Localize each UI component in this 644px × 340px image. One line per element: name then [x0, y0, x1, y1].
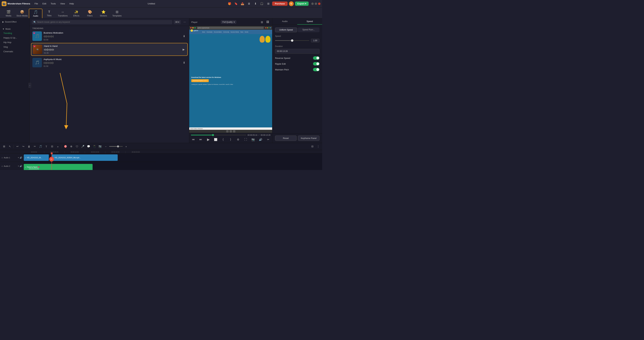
more-options-button[interactable]: ⋮: [316, 144, 320, 149]
player-quality-dropdown[interactable]: Full Quality ▾: [221, 20, 236, 24]
sidebar-item-hiphop[interactable]: Hip Hop: [1, 40, 28, 45]
maintain-pitch-toggle[interactable]: [313, 68, 320, 71]
tab-titles[interactable]: T Titles: [42, 9, 56, 18]
delete-button[interactable]: 🗑: [26, 144, 31, 149]
track-add-button[interactable]: +: [18, 165, 19, 167]
speed-ramp-tab[interactable]: Speed Ram...: [298, 28, 320, 32]
mark-in-button[interactable]: {: [221, 137, 226, 142]
undo-button[interactable]: ↩: [15, 144, 20, 149]
track-mute-button[interactable]: 🔊: [20, 165, 22, 167]
tab-audio-panel[interactable]: Audio: [272, 18, 297, 25]
list-item[interactable]: 💗 🎵 Business Motivation 02:58 ⬇: [31, 30, 188, 42]
speed-slider[interactable]: [275, 40, 309, 41]
purchase-button[interactable]: Purchase: [272, 2, 288, 6]
screenshot-button[interactable]: 📷: [251, 137, 256, 142]
tab-speed-panel[interactable]: Speed: [297, 18, 322, 25]
crop-button[interactable]: ⊟: [50, 144, 54, 149]
audio-detach-button[interactable]: 🎵: [38, 144, 43, 149]
list-item[interactable]: 🎵 Asphyxia-AI Music 01:58 ⬇: [31, 57, 188, 69]
download-button[interactable]: ⬇: [182, 34, 186, 39]
track-add-button[interactable]: +: [18, 156, 19, 159]
mask-button[interactable]: 🛡: [74, 144, 79, 149]
close-button[interactable]: [318, 3, 320, 5]
tab-effects[interactable]: ✨ Effects: [70, 9, 83, 18]
volume-plus-button[interactable]: +: [124, 144, 128, 149]
layout-button[interactable]: ⊟: [310, 144, 315, 149]
sidebar-item-cinematic[interactable]: Cinematic: [1, 49, 28, 54]
uniform-speed-tab[interactable]: Uniform Speed: [275, 28, 297, 32]
gift-icon[interactable]: 🎁: [227, 1, 232, 6]
export-button[interactable]: Export ▾: [295, 2, 308, 6]
list-item[interactable]: 💗 📸 Hand In Hand 01:36 ▶: [31, 43, 188, 56]
sidebar-collapse-button[interactable]: ‹: [28, 83, 31, 88]
ripple-edit-toggle[interactable]: [313, 62, 320, 66]
sidebar-item-vlog[interactable]: Vlog: [1, 45, 28, 49]
tab-stock-media[interactable]: 📦 Stock Media: [15, 9, 29, 18]
zoom-track[interactable]: [109, 146, 123, 147]
voiceover-button[interactable]: 🎤: [80, 144, 85, 149]
square-view-button[interactable]: ⬜: [213, 137, 218, 142]
redo-button[interactable]: ↪: [21, 144, 26, 149]
menu-help[interactable]: Help: [68, 2, 76, 6]
speed-slider-thumb[interactable]: [291, 39, 293, 42]
maximize-button[interactable]: [315, 3, 317, 5]
stabilize-button[interactable]: ⊕: [69, 144, 74, 149]
volume-button[interactable]: 🔊: [258, 137, 263, 142]
snapshot-button[interactable]: 📷: [98, 144, 102, 149]
reverse-speed-toggle[interactable]: [313, 56, 320, 60]
search-input-wrap[interactable]: 🔍: [32, 20, 172, 24]
download-button[interactable]: ⬇: [182, 60, 186, 65]
timeline-clip[interactable]: ♫ VID_20241010_06...: [24, 154, 49, 161]
sidebar-sound-effect-header[interactable]: ▶ Sound Effect: [1, 20, 28, 24]
screen-record-button[interactable]: 📱: [92, 144, 97, 149]
progress-bar[interactable]: [191, 135, 246, 135]
download-icon[interactable]: ⬇: [253, 1, 258, 6]
timeline-scenes-button[interactable]: ⊞: [2, 144, 6, 149]
timeline-clip[interactable]: ♫ Hand In Hand 💗: [24, 164, 92, 170]
timeline-clip[interactable]: ♫ VID_20241010_063504_Microph...: [52, 154, 118, 161]
tab-media[interactable]: 🎬 Media: [2, 9, 15, 18]
motion-track-button[interactable]: 🎯: [63, 144, 68, 149]
clip-options-button[interactable]: ⚙: [236, 137, 240, 142]
tab-stickers[interactable]: ⭐ Stickers: [97, 9, 110, 18]
minimize-button[interactable]: [311, 3, 314, 5]
step-forward-button[interactable]: ⏭: [198, 137, 203, 142]
reset-button[interactable]: Reset: [275, 136, 296, 141]
progress-thumb[interactable]: [212, 134, 214, 136]
volume-minus-button[interactable]: −: [104, 144, 108, 149]
settings-button[interactable]: ✂: [266, 137, 270, 142]
image-view-icon[interactable]: 🖼: [265, 20, 270, 25]
play-pause-button[interactable]: ▶: [206, 137, 210, 142]
sidebar-item-happy[interactable]: Happy & Up...: [1, 36, 28, 40]
bookmark-icon[interactable]: 🔖: [234, 1, 238, 6]
sidebar-music-header[interactable]: ▼ Music: [1, 27, 28, 31]
share-icon[interactable]: 📤: [240, 1, 245, 6]
more-options-button[interactable]: ···: [182, 20, 187, 25]
tab-filters[interactable]: 🎨 Filters: [83, 9, 97, 18]
subtitle-button[interactable]: 💬: [86, 144, 91, 149]
monitor-icon[interactable]: 🖥: [246, 1, 252, 6]
grid-view-icon[interactable]: ⊞: [260, 20, 264, 25]
timeline-select-button[interactable]: ↖: [8, 144, 12, 149]
menu-edit[interactable]: Edit: [41, 2, 48, 6]
grid-icon[interactable]: ⊞: [266, 1, 271, 6]
text-button[interactable]: T: [44, 144, 49, 149]
skip-back-button[interactable]: ⏮: [191, 137, 196, 142]
fullscreen-button[interactable]: ⛶: [243, 137, 248, 142]
play-button[interactable]: ▶: [181, 47, 186, 52]
tab-audio[interactable]: 🎵 Audio: [29, 9, 42, 18]
more-tools-button[interactable]: »: [56, 144, 60, 149]
menu-tools[interactable]: Tools: [49, 2, 58, 6]
keyframe-panel-button[interactable]: Keyframe Panel: [298, 136, 320, 141]
tab-templates[interactable]: ⊞ Templates: [110, 9, 124, 18]
speed-value[interactable]: 1.00: [311, 39, 320, 43]
headphone-icon[interactable]: 🎧: [259, 1, 264, 6]
duration-input[interactable]: [275, 49, 320, 54]
playhead[interactable]: ✂: [52, 153, 52, 170]
tab-transitions[interactable]: ↔ Transitions: [56, 9, 70, 18]
search-filter-dropdown[interactable]: All ▾: [174, 20, 181, 24]
user-avatar[interactable]: G: [289, 1, 294, 6]
sidebar-item-trending[interactable]: Trending: [1, 31, 28, 36]
menu-file[interactable]: File: [33, 2, 40, 6]
menu-view[interactable]: View: [58, 2, 67, 6]
